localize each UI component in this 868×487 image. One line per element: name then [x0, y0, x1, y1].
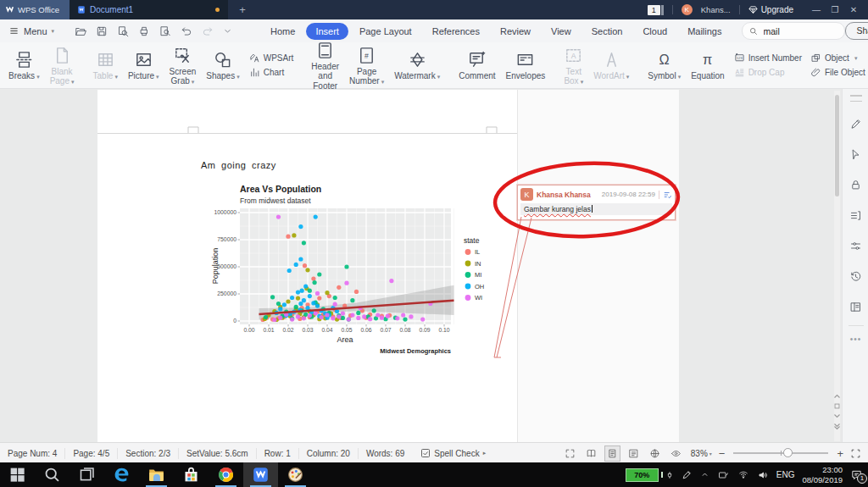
spell-check-button[interactable]: Spell Check ▸ — [412, 448, 494, 458]
tablet-pc-icon[interactable] — [717, 470, 730, 480]
paragraph-text[interactable]: Am going crazy — [201, 160, 276, 170]
insert-number-button[interactable]: 123Insert Number — [730, 51, 806, 65]
print-layout-view-button[interactable] — [604, 445, 620, 462]
edge-app-button[interactable] — [104, 462, 139, 487]
tab-mailings[interactable]: Mailings — [678, 23, 731, 40]
command-search[interactable] — [742, 22, 845, 40]
outline-icon[interactable] — [847, 206, 865, 224]
embedded-chart[interactable]: 0.000.010.020.030.040.050.060.070.080.09… — [208, 180, 500, 357]
undo-button[interactable] — [181, 25, 192, 37]
previous-page-button[interactable] — [833, 394, 841, 399]
tab-review[interactable]: Review — [491, 23, 540, 40]
status-words[interactable]: Words: 69 — [359, 448, 412, 459]
status-setvalue[interactable]: SetValue: 5.6cm — [179, 448, 257, 459]
status-section[interactable]: Section: 2/3 — [118, 448, 179, 459]
user-name[interactable]: Khans... — [701, 5, 731, 14]
comment-box[interactable]: K Khansa Khansa 2019-09-08 22:59 Gambar … — [517, 185, 676, 220]
chrome-app-button[interactable] — [209, 462, 243, 487]
paint-app-button[interactable] — [278, 462, 313, 487]
web-view-view-button[interactable] — [647, 445, 663, 462]
equation-button[interactable]: πEquation — [686, 47, 729, 82]
screen-grab-button[interactable]: Screen Grab▾ — [164, 43, 202, 87]
window-count-badge[interactable]: 1 — [648, 5, 660, 15]
zoom-out-button[interactable]: − — [719, 447, 726, 460]
volume-icon[interactable] — [757, 470, 769, 480]
user-avatar[interactable]: K — [682, 4, 693, 15]
status-page-num[interactable]: Page Num: 4 — [0, 448, 65, 459]
language-indicator[interactable]: ENG — [776, 470, 795, 479]
zoom-slider[interactable] — [733, 452, 828, 454]
file-object-button[interactable]: File Object — [806, 65, 868, 80]
close-button[interactable]: ✕ — [844, 0, 863, 19]
shapes-button[interactable]: Shapes▾ — [201, 47, 244, 82]
task-view-app-button[interactable] — [70, 462, 104, 487]
share-button[interactable]: Share — [845, 22, 868, 40]
tab-section[interactable]: Section — [582, 23, 632, 40]
breaks-button[interactable]: Breaks▾ — [3, 47, 45, 82]
header-and-footer-button[interactable]: Header and Footer — [306, 38, 344, 92]
new-tab-button[interactable]: + — [228, 0, 257, 19]
pane-drag-handle[interactable] — [850, 95, 862, 102]
minimize-button[interactable]: — — [807, 0, 826, 19]
watermark-button[interactable]: Watermark▾ — [389, 47, 445, 82]
zoom-percent[interactable]: 83%▾ — [691, 449, 712, 458]
app-tab[interactable]: WPS Office — [0, 0, 70, 19]
search-input[interactable] — [762, 25, 837, 37]
history-icon[interactable] — [847, 267, 865, 285]
tab-cloud[interactable]: Cloud — [633, 23, 676, 40]
tab-view[interactable]: View — [542, 23, 581, 40]
wps-app-button[interactable] — [243, 462, 278, 487]
search-app-button[interactable] — [35, 462, 70, 487]
start-button[interactable] — [0, 462, 35, 487]
scrollbar-handle[interactable] — [835, 95, 839, 196]
zoom-in-button[interactable]: + — [837, 447, 843, 460]
page-number-button[interactable]: #Page Number▾ — [344, 43, 389, 87]
qat-more-button[interactable] — [223, 26, 232, 36]
redo-button[interactable] — [202, 25, 214, 37]
comment-body[interactable]: Gambar kurang jelas — [520, 203, 672, 215]
pane-more-icon[interactable]: ••• — [850, 335, 862, 344]
fullscreen-view-button[interactable] — [562, 445, 578, 462]
chart-button[interactable]: Chart — [245, 65, 298, 80]
find-button[interactable] — [159, 25, 171, 37]
tab-insert[interactable]: Insert — [306, 23, 348, 40]
print-button[interactable] — [138, 25, 150, 37]
read-layout-icon[interactable] — [847, 297, 865, 316]
status-page[interactable]: Page: 4/5 — [65, 448, 118, 459]
edit-pen-icon[interactable] — [847, 114, 865, 133]
vertical-scrollbar[interactable] — [834, 91, 840, 441]
comment-menu-icon[interactable] — [659, 191, 672, 199]
document-tab[interactable]: Document1 — [70, 0, 228, 19]
status-column[interactable]: Column: 20 — [299, 448, 359, 459]
tab-references[interactable]: References — [423, 23, 489, 40]
picture-button[interactable]: Picture▾ — [123, 47, 164, 82]
eye-protect-view-button[interactable] — [668, 445, 684, 462]
battery-indicator[interactable]: 70% — [626, 468, 674, 482]
next-page-double-button[interactable] — [833, 423, 841, 430]
clock[interactable]: 23:00 08/09/2019 — [802, 465, 843, 484]
print-preview-button[interactable] — [117, 25, 129, 37]
comment-button[interactable]: Comment — [453, 47, 500, 82]
wifi-icon[interactable] — [737, 470, 749, 479]
open-button[interactable] — [75, 25, 86, 37]
wpsart-button[interactable]: WPSArt — [245, 51, 298, 65]
store-app-button[interactable] — [174, 462, 209, 487]
zoom-slider-handle[interactable] — [783, 448, 793, 457]
ink-workspace-icon[interactable] — [682, 469, 693, 480]
explorer-app-button[interactable] — [139, 462, 174, 487]
action-center-button[interactable]: 1 — [850, 469, 863, 481]
save-button[interactable] — [96, 25, 108, 37]
two-page-view-button[interactable] — [583, 445, 599, 462]
upgrade-button[interactable]: Upgrade — [748, 5, 793, 14]
tab-home[interactable]: Home — [261, 23, 304, 40]
next-page-button[interactable] — [833, 413, 841, 418]
adjust-icon[interactable] — [847, 236, 865, 255]
select-cursor-icon[interactable] — [847, 145, 865, 163]
tab-page-layout[interactable]: Page Layout — [350, 23, 421, 40]
select-browse-object-button[interactable] — [834, 403, 840, 409]
hidden-icons-chevron[interactable] — [700, 471, 709, 479]
status-row[interactable]: Row: 1 — [257, 448, 299, 459]
restore-button[interactable]: ❐ — [826, 0, 844, 19]
outline-view-view-button[interactable] — [626, 445, 642, 462]
menu-button[interactable]: Menu ▾ — [0, 26, 61, 36]
